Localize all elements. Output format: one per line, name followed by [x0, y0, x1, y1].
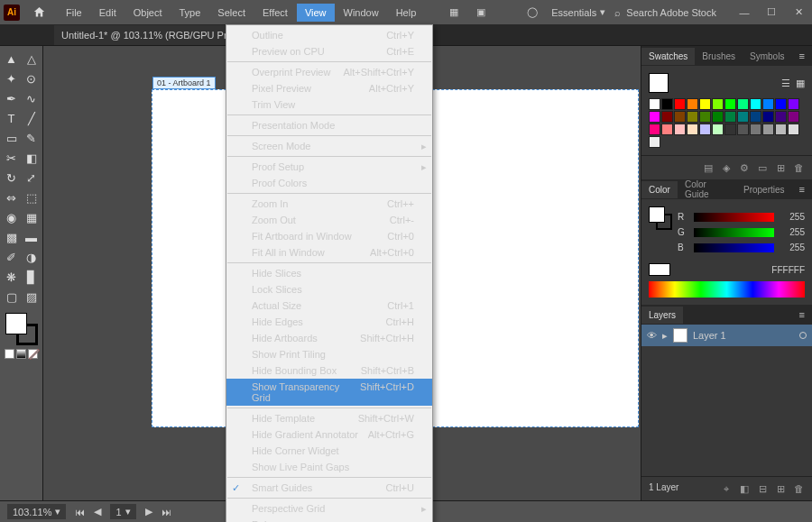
layer-row[interactable]: 👁 ▸ Layer 1: [641, 325, 812, 346]
layer-target-icon[interactable]: [799, 332, 807, 339]
menu-window[interactable]: Window: [336, 4, 387, 22]
menu-type[interactable]: Type: [171, 4, 209, 22]
line-tool[interactable]: ╱: [23, 109, 41, 127]
home-icon[interactable]: [29, 3, 49, 23]
slider-G[interactable]: [694, 228, 774, 237]
swatch[interactable]: [674, 98, 686, 110]
new-layer-icon[interactable]: ⊞: [774, 482, 787, 495]
visibility-icon[interactable]: 👁: [647, 330, 657, 341]
gradient-tool[interactable]: ▬: [23, 228, 41, 246]
menu-item-show-print-tiling[interactable]: Show Print Tiling: [226, 346, 432, 362]
menu-item-actual-size[interactable]: Actual SizeCtrl+1: [226, 298, 432, 314]
search-docs-icon[interactable]: ◯: [522, 3, 542, 23]
zoom-selector[interactable]: 103.11%▾: [7, 504, 66, 519]
tab-symbols[interactable]: Symbols: [743, 48, 791, 65]
slider-value-B[interactable]: 255: [780, 243, 805, 252]
shaper-tool[interactable]: ✂: [3, 149, 21, 167]
menu-item-rulers[interactable]: Rulers▸: [226, 517, 432, 522]
menu-item-lock-slices[interactable]: Lock Slices: [226, 281, 432, 298]
menu-item-pixel-preview[interactable]: Pixel PreviewAlt+Ctrl+Y: [226, 80, 432, 96]
swatch-kind-icon[interactable]: ◈: [720, 161, 733, 174]
color-mode-icon[interactable]: [5, 349, 14, 359]
menu-item-hide-corner-widget[interactable]: Hide Corner Widget: [226, 443, 432, 459]
swatch[interactable]: [737, 111, 749, 123]
curvature-tool[interactable]: ∿: [23, 89, 41, 107]
artboard-nav-next-icon[interactable]: ▶: [145, 506, 152, 517]
hex-value[interactable]: FFFFFF: [771, 265, 805, 275]
artboard-selector[interactable]: 1▾: [110, 504, 135, 519]
menu-edit[interactable]: Edit: [91, 4, 125, 22]
type-tool[interactable]: T: [3, 109, 21, 127]
menu-item-outline[interactable]: OutlineCtrl+Y: [226, 27, 432, 43]
swatch[interactable]: [649, 124, 660, 135]
paintbrush-tool[interactable]: ✎: [23, 129, 41, 147]
menu-item-trim-view[interactable]: Trim View: [226, 96, 432, 113]
chevron-right-icon[interactable]: ▸: [662, 330, 668, 342]
delete-swatch-icon[interactable]: 🗑: [792, 161, 805, 174]
blend-tool[interactable]: ◑: [23, 248, 41, 266]
menu-item-show-transparency-grid[interactable]: Show Transparency GridShift+Ctrl+D: [226, 379, 432, 406]
minimize-button[interactable]: —: [734, 3, 754, 23]
menu-item-screen-mode[interactable]: Screen Mode▸: [226, 138, 432, 154]
panel-menu-icon[interactable]: ≡: [792, 180, 812, 198]
mesh-tool[interactable]: ▩: [3, 228, 21, 246]
slice-tool[interactable]: ▨: [23, 288, 41, 306]
swatch[interactable]: [699, 111, 711, 123]
none-mode-icon[interactable]: [28, 349, 38, 359]
free-transform-tool[interactable]: ⬚: [23, 188, 41, 206]
hex-none-icon[interactable]: [649, 263, 670, 276]
menu-item-zoom-out[interactable]: Zoom OutCtrl+-: [226, 212, 432, 228]
menu-file[interactable]: File: [58, 4, 90, 22]
swatch[interactable]: [712, 111, 724, 123]
menu-item-hide-gradient-annotator[interactable]: Hide Gradient AnnotatorAlt+Ctrl+G: [226, 426, 432, 443]
artboard-nav-last-icon[interactable]: ⏭: [161, 507, 171, 517]
menu-help[interactable]: Help: [388, 4, 425, 22]
menu-item-zoom-in[interactable]: Zoom InCtrl++: [226, 196, 432, 212]
color-fill-stroke[interactable]: [649, 206, 672, 230]
swatch[interactable]: [724, 124, 736, 135]
swatch[interactable]: [788, 111, 799, 123]
lasso-tool[interactable]: ⊙: [23, 69, 41, 87]
swatch[interactable]: [699, 98, 711, 110]
make-clipping-mask-icon[interactable]: ◧: [738, 482, 751, 495]
menu-object[interactable]: Object: [125, 4, 171, 22]
menu-item-preview-on-cpu[interactable]: Preview on CPUCtrl+E: [226, 43, 432, 60]
swatch[interactable]: [775, 111, 787, 123]
slider-value-R[interactable]: 255: [780, 212, 805, 222]
swatch[interactable]: [649, 136, 660, 148]
scale-tool[interactable]: ⤢: [23, 169, 41, 187]
search-stock[interactable]: ⌕ Search Adobe Stock: [614, 7, 716, 18]
swatch[interactable]: [724, 98, 736, 110]
locate-object-icon[interactable]: ⌖: [720, 482, 733, 495]
rotate-tool[interactable]: ↻: [3, 169, 21, 187]
swatch-options-icon[interactable]: ⚙: [738, 161, 751, 174]
new-color-group-icon[interactable]: ▭: [756, 161, 769, 174]
swatch[interactable]: [750, 98, 761, 110]
delete-layer-icon[interactable]: 🗑: [792, 482, 805, 495]
menu-item-show-live-paint-gaps[interactable]: Show Live Paint Gaps: [226, 459, 432, 475]
swatch[interactable]: [687, 124, 698, 135]
new-sublayer-icon[interactable]: ⊟: [756, 482, 769, 495]
perspective-tool[interactable]: ▦: [23, 208, 41, 226]
artboard-tool[interactable]: ▢: [3, 288, 21, 306]
swatch[interactable]: [775, 124, 787, 135]
panel-menu-icon[interactable]: ≡: [792, 306, 812, 324]
artboard-nav-prev-icon[interactable]: ◀: [94, 506, 101, 517]
swatch[interactable]: [762, 98, 774, 110]
swatch[interactable]: [661, 124, 673, 135]
swatch[interactable]: [661, 111, 673, 123]
menu-item-hide-bounding-box[interactable]: Hide Bounding BoxShift+Ctrl+B: [226, 362, 432, 379]
swatch[interactable]: [674, 111, 686, 123]
swatch[interactable]: [788, 124, 799, 135]
swatch[interactable]: [762, 124, 774, 135]
slider-value-G[interactable]: 255: [780, 227, 805, 237]
arrange-icon[interactable]: ▦: [444, 3, 464, 23]
swatch[interactable]: [788, 98, 799, 110]
swatch[interactable]: [724, 111, 736, 123]
shape-builder-tool[interactable]: ◉: [3, 208, 21, 226]
swatch-view-list-icon[interactable]: ☰: [781, 78, 790, 89]
menu-item-fit-artboard-in-window[interactable]: Fit Artboard in WindowCtrl+0: [226, 228, 432, 244]
swatch[interactable]: [687, 111, 698, 123]
menu-item-hide-slices[interactable]: Hide Slices: [226, 265, 432, 281]
tab-properties[interactable]: Properties: [736, 181, 792, 198]
